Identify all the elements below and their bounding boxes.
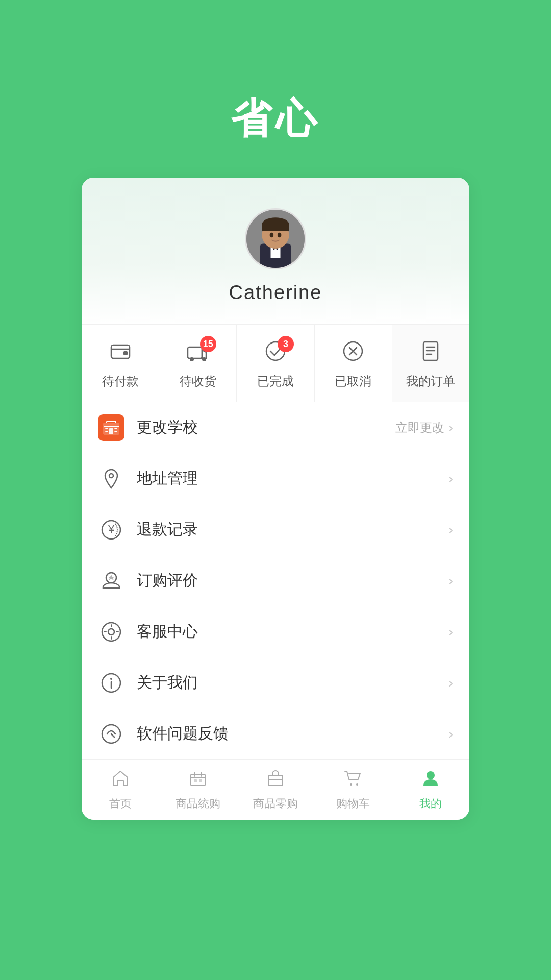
svg-point-20 — [109, 474, 113, 478]
cart-icon — [344, 769, 362, 792]
svg-point-9 — [278, 233, 282, 238]
svg-text:¥: ¥ — [108, 523, 115, 535]
cancelled-icon — [342, 340, 364, 367]
orders-icon — [419, 340, 442, 367]
svg-rect-12 — [188, 347, 202, 358]
completed-icon: 3 — [264, 340, 287, 367]
svg-point-25 — [108, 629, 114, 635]
refund-icon: ¥ — [98, 517, 124, 543]
svg-point-8 — [270, 233, 274, 238]
bottom-nav: 首页 商品统购 — [82, 760, 469, 820]
svg-point-14 — [202, 357, 206, 361]
profile-header: Catherine — [82, 178, 469, 324]
retail-icon — [266, 769, 285, 792]
delivery-icon: 15 — [187, 340, 209, 367]
svg-point-35 — [427, 771, 435, 779]
delivery-badge: 15 — [200, 336, 216, 352]
chevron-icon: › — [448, 726, 453, 742]
home-icon — [111, 769, 130, 792]
chevron-icon: › — [448, 624, 453, 640]
tab-pending-delivery-label: 待收货 — [180, 373, 216, 389]
svg-rect-11 — [123, 351, 128, 355]
svg-point-34 — [356, 783, 358, 786]
about-right: › — [448, 675, 453, 691]
service-right: › — [448, 624, 453, 640]
review-label: 订购评价 — [137, 570, 448, 591]
wallet-icon — [109, 340, 132, 367]
feedback-icon — [98, 721, 124, 747]
refund-label: 退款记录 — [137, 519, 448, 540]
service-icon — [98, 619, 124, 645]
change-school-right: 立即更改 › — [395, 420, 453, 436]
nav-cart[interactable]: 购物车 — [314, 760, 392, 820]
menu-feedback[interactable]: 软件问题反馈 › — [82, 708, 469, 760]
svg-rect-32 — [268, 775, 283, 786]
review-right: › — [448, 573, 453, 589]
nav-bulk-order[interactable]: 商品统购 — [159, 760, 237, 820]
svg-rect-30 — [194, 779, 197, 782]
nav-profile-label: 我的 — [419, 796, 442, 812]
menu-address[interactable]: 地址管理 › — [82, 453, 469, 504]
school-icon — [98, 414, 124, 441]
completed-badge: 3 — [278, 336, 294, 352]
app-title: 省心 — [231, 92, 320, 147]
feedback-label: 软件问题反馈 — [137, 723, 448, 744]
change-school-label: 更改学校 — [137, 417, 395, 438]
tab-completed-label: 已完成 — [257, 373, 294, 389]
review-icon — [98, 568, 124, 594]
menu-change-school[interactable]: 更改学校 立即更改 › — [82, 402, 469, 453]
feedback-right: › — [448, 726, 453, 742]
menu-about[interactable]: 关于我们 › — [82, 657, 469, 708]
chevron-icon: › — [448, 573, 453, 589]
nav-cart-label: 购物车 — [336, 796, 370, 812]
tab-cancelled-label: 已取消 — [335, 373, 371, 389]
chevron-icon: › — [448, 522, 453, 538]
chevron-icon: › — [448, 471, 453, 487]
tab-my-orders[interactable]: 我的订单 — [392, 325, 469, 402]
location-icon — [98, 465, 124, 492]
change-school-sub: 立即更改 — [395, 420, 444, 436]
bulk-order-icon — [189, 769, 207, 792]
chevron-icon: › — [448, 420, 453, 436]
nav-bulk-label: 商品统购 — [176, 796, 220, 812]
tab-pending-delivery[interactable]: 15 待收货 — [159, 325, 237, 402]
menu-refund[interactable]: ¥ 退款记录 › — [82, 504, 469, 555]
svg-point-33 — [350, 783, 352, 786]
profile-nav-icon — [421, 769, 440, 792]
main-card: Catherine 待付款 1 — [82, 178, 469, 820]
tab-pending-payment[interactable]: 待付款 — [82, 325, 159, 402]
address-label: 地址管理 — [137, 468, 448, 489]
nav-home-label: 首页 — [109, 796, 132, 812]
username: Catherine — [229, 282, 322, 304]
svg-rect-7 — [262, 225, 289, 231]
svg-rect-29 — [191, 774, 205, 786]
refund-right: › — [448, 522, 453, 538]
menu-review[interactable]: 订购评价 › — [82, 555, 469, 606]
nav-home[interactable]: 首页 — [82, 760, 159, 820]
tab-cancelled[interactable]: 已取消 — [315, 325, 392, 402]
svg-rect-31 — [199, 779, 202, 782]
svg-rect-19 — [109, 428, 113, 434]
tab-completed[interactable]: 3 已完成 — [237, 325, 314, 402]
nav-profile[interactable]: 我的 — [392, 760, 469, 820]
order-tabs: 待付款 15 待收货 3 — [82, 324, 469, 402]
address-right: › — [448, 471, 453, 487]
tab-my-orders-label: 我的订单 — [406, 373, 455, 389]
svg-point-27 — [110, 678, 112, 680]
info-icon — [98, 670, 124, 696]
about-label: 关于我们 — [137, 672, 448, 693]
avatar[interactable] — [245, 208, 306, 270]
svg-point-13 — [190, 357, 194, 361]
nav-retail[interactable]: 商品零购 — [237, 760, 314, 820]
service-label: 客服中心 — [137, 621, 448, 642]
nav-retail-label: 商品零购 — [253, 796, 298, 812]
menu-service[interactable]: 客服中心 › — [82, 606, 469, 657]
tab-pending-payment-label: 待付款 — [102, 373, 139, 389]
chevron-icon: › — [448, 675, 453, 691]
